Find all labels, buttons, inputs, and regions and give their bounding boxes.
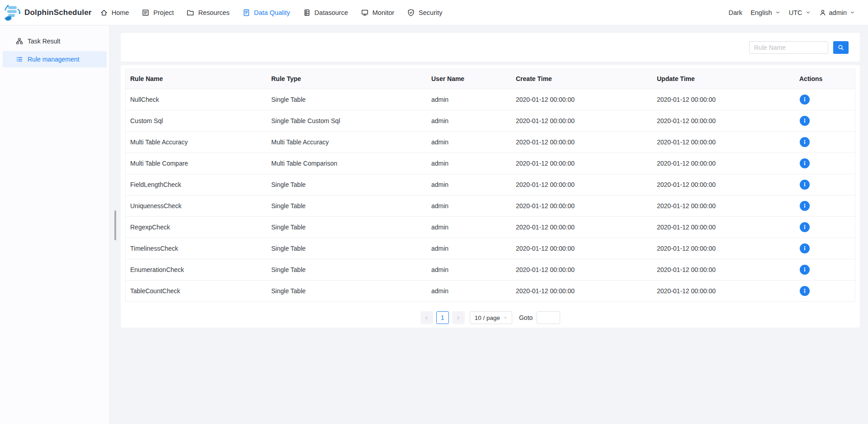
nav-item-label: Project — [153, 9, 174, 16]
cell-user-name: admin — [427, 152, 511, 174]
next-page-button[interactable] — [452, 311, 465, 324]
cell-rule-type: Multi Table Accuracy — [267, 131, 427, 152]
cell-rule-name: Multi Table Accuracy — [126, 131, 267, 152]
table-row: EnumerationCheck Single Table admin 2020… — [126, 259, 855, 280]
cell-rule-name: UniquenessCheck — [126, 195, 267, 216]
table-row: UniquenessCheck Single Table admin 2020-… — [126, 195, 855, 216]
sidebar-item[interactable]: Rule management — [3, 51, 107, 67]
rule-detail-button[interactable] — [800, 137, 810, 147]
column-header: Rule Type — [267, 69, 427, 89]
info-icon — [802, 203, 808, 209]
timezone-label: UTC — [789, 9, 802, 16]
info-icon — [802, 160, 808, 167]
goto-label: Goto — [519, 314, 533, 321]
cell-user-name: admin — [427, 131, 511, 152]
chevron-right-icon — [455, 315, 461, 321]
chevron-left-icon — [424, 315, 429, 321]
column-header: Rule Name — [126, 69, 267, 89]
search-button[interactable] — [833, 41, 849, 54]
chevron-down-icon — [775, 10, 781, 15]
search-icon — [837, 44, 844, 51]
cell-user-name: admin — [427, 259, 511, 280]
cell-user-name: admin — [427, 174, 511, 195]
cell-create-time: 2020-01-12 00:00:00 — [511, 216, 652, 238]
nav-item[interactable]: Data Quality — [242, 9, 290, 17]
table-row: RegexpCheck Single Table admin 2020-01-1… — [126, 216, 855, 238]
cell-rule-name: Multi Table Compare — [126, 152, 267, 174]
cell-update-time: 2020-01-12 00:00:00 — [652, 174, 795, 195]
nav-item[interactable]: Resources — [186, 9, 229, 17]
info-icon — [802, 181, 808, 188]
table-row: NullCheck Single Table admin 2020-01-12 … — [126, 89, 855, 110]
cell-update-time: 2020-01-12 00:00:00 — [652, 216, 795, 238]
cell-actions — [795, 195, 855, 216]
brand[interactable]: DolphinScheduler — [4, 4, 92, 22]
cell-rule-name: TableCountCheck — [126, 280, 267, 301]
goto-page-input[interactable] — [537, 311, 560, 324]
user-menu[interactable]: admin — [819, 9, 856, 16]
cell-create-time: 2020-01-12 00:00:00 — [511, 152, 652, 174]
cell-rule-name: RegexpCheck — [126, 216, 267, 238]
nav-item[interactable]: Project — [142, 9, 174, 17]
rule-detail-button[interactable] — [800, 222, 810, 232]
cell-user-name: admin — [427, 89, 511, 110]
prev-page-button[interactable] — [420, 311, 433, 324]
rule-detail-button[interactable] — [800, 116, 810, 126]
dolphinscheduler-logo-icon — [4, 4, 22, 22]
nav-item-icon — [186, 9, 194, 17]
cell-create-time: 2020-01-12 00:00:00 — [511, 238, 652, 259]
column-header: Update Time — [652, 69, 795, 89]
cell-actions — [795, 131, 855, 152]
rule-detail-button[interactable] — [800, 265, 810, 275]
rule-detail-button[interactable] — [800, 158, 810, 168]
rules-table-wrap: Rule Name Rule Type User Name Create Tim… — [125, 69, 855, 302]
cell-update-time: 2020-01-12 00:00:00 — [652, 152, 795, 174]
nav-item-icon — [100, 9, 108, 17]
rule-detail-button[interactable] — [800, 201, 810, 211]
username-label: admin — [829, 9, 847, 16]
cell-user-name: admin — [427, 110, 511, 131]
rule-detail-button[interactable] — [800, 95, 810, 105]
table-row: TimelinessCheck Single Table admin 2020-… — [126, 238, 855, 259]
cell-create-time: 2020-01-12 00:00:00 — [511, 110, 652, 131]
cell-rule-type: Single Table — [267, 89, 427, 110]
cell-actions — [795, 110, 855, 131]
table-body: NullCheck Single Table admin 2020-01-12 … — [126, 89, 855, 301]
cell-update-time: 2020-01-12 00:00:00 — [652, 280, 795, 301]
sidebar-item[interactable]: Task Result — [3, 33, 107, 49]
scrollbar-thumb[interactable] — [114, 210, 116, 240]
table-row: Multi Table Compare Multi Table Comparis… — [126, 152, 855, 174]
language-select[interactable]: English — [750, 9, 781, 16]
search-input[interactable] — [749, 41, 828, 54]
rule-detail-button[interactable] — [800, 243, 810, 253]
cell-actions — [795, 216, 855, 238]
cell-update-time: 2020-01-12 00:00:00 — [652, 195, 795, 216]
info-icon — [802, 224, 808, 230]
page-size-select[interactable]: 10 / page — [470, 311, 512, 324]
nav-item[interactable]: Monitor — [361, 9, 394, 17]
cell-create-time: 2020-01-12 00:00:00 — [511, 174, 652, 195]
rule-detail-button[interactable] — [800, 180, 810, 190]
table-row: TableCountCheck Single Table admin 2020-… — [126, 280, 855, 301]
table-header-row: Rule Name Rule Type User Name Create Tim… — [126, 69, 855, 89]
nav-item[interactable]: Datasource — [303, 9, 348, 17]
cell-actions — [795, 259, 855, 280]
column-header: Create Time — [511, 69, 652, 89]
cell-rule-type: Single Table — [267, 259, 427, 280]
page-1-button[interactable]: 1 — [436, 311, 449, 324]
theme-toggle[interactable]: Dark — [729, 9, 743, 16]
nav-item-icon — [242, 9, 250, 17]
chevron-down-icon — [849, 10, 855, 15]
rule-detail-button[interactable] — [800, 286, 810, 296]
nav-item-label: Resources — [198, 9, 229, 16]
timezone-select[interactable]: UTC — [789, 9, 811, 16]
cell-rule-name: TimelinessCheck — [126, 238, 267, 259]
nav-item[interactable]: Security — [407, 9, 442, 17]
user-icon — [819, 9, 826, 16]
nav-item-label: Data Quality — [254, 9, 290, 16]
cell-user-name: admin — [427, 280, 511, 301]
nav-item[interactable]: Home — [100, 9, 129, 17]
cell-rule-type: Multi Table Comparison — [267, 152, 427, 174]
table-row: FieldLengthCheck Single Table admin 2020… — [126, 174, 855, 195]
cell-rule-type: Single Table — [267, 280, 427, 301]
